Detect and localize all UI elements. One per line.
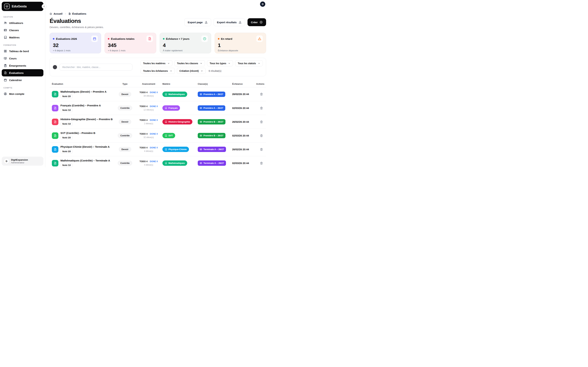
sidebar-item-utilisateurs[interactable]: Utilisateurs (2, 19, 43, 26)
students-count: 32 élève(s) (139, 136, 158, 139)
avatar: D (4, 158, 9, 164)
column-header: Classe(s) (198, 83, 232, 85)
sidebar-item-cours[interactable]: Cours (2, 55, 43, 62)
filter-toggle-button[interactable] (53, 65, 57, 69)
warning-icon (256, 35, 263, 42)
grade-scale-badge: Noté /20 (60, 94, 73, 98)
section-label-formation: FORMATION (3, 44, 42, 46)
breadcrumb-home[interactable]: Accueil (50, 12, 62, 15)
sidebar-collapse-button[interactable] (42, 4, 46, 9)
account-card[interactable]: D DigitExpansion Administrateur (2, 157, 43, 166)
table-row[interactable]: Physique-Chimie (Devoir) – Terminale A N… (50, 142, 266, 156)
table-row[interactable]: Mathématiques (Devoir) – Première A Noté… (50, 87, 266, 101)
stat-label: En retard (221, 37, 232, 40)
status-filter-select[interactable]: Tous les statuts (235, 60, 263, 66)
delete-button[interactable] (260, 162, 263, 165)
export-page-label: Export page (188, 21, 203, 24)
due-date: 26/02/26 20:44 (232, 93, 252, 96)
todo-count: TODO 4 (139, 160, 147, 163)
stat-dot (108, 38, 109, 40)
sidebar-item-mon-compte[interactable]: Mon compte (2, 90, 43, 97)
sort-select[interactable]: Création (récent) (177, 68, 206, 74)
evaluations-table: Évaluation Type Avancement Matière Class… (50, 81, 266, 167)
column-header: Type (122, 83, 128, 85)
stat-label: Échéance < 7 jours (166, 37, 189, 40)
todo-count: TODO 4 (139, 119, 147, 121)
sidebar-item-evaluations[interactable]: Évaluations (2, 69, 43, 76)
chevron-down-icon (200, 62, 202, 65)
select-label: Toutes les échéances (143, 70, 168, 72)
home-icon (50, 13, 52, 15)
export-results-button[interactable]: Export résultats (213, 18, 245, 26)
class-filter-select[interactable]: Toutes les classes (174, 60, 205, 66)
evaluation-title: Physique-Chimie (Devoir) – Terminale A (60, 145, 110, 148)
evaluation-icon (52, 91, 58, 97)
evaluation-icon (52, 146, 58, 153)
id-card-icon (200, 107, 202, 109)
delete-button[interactable] (260, 148, 263, 151)
delete-button[interactable] (260, 134, 263, 137)
type-filter-select[interactable]: Tous les types (207, 60, 233, 66)
subject-label: Physique-Chimie (169, 148, 187, 151)
type-badge: Contrôle (118, 133, 132, 138)
export-page-button[interactable]: Export page (184, 18, 211, 26)
id-card-icon (200, 134, 202, 137)
subject-label: SVT (169, 134, 173, 137)
subject-badge: Mathématiques (162, 160, 187, 166)
todo-count: TODO 4 (139, 133, 147, 135)
id-card-icon (200, 93, 202, 95)
column-header: Évaluation (50, 83, 115, 85)
delete-button[interactable] (260, 107, 263, 110)
trash-icon (260, 93, 263, 96)
class-label: Première B – 26/27 (203, 134, 223, 137)
subject-filter-select[interactable]: Toutes les matières (141, 60, 172, 66)
sidebar-item-calendrier[interactable]: Calendrier (2, 76, 43, 84)
table-row[interactable]: Français (Contrôle) – Première A Noté /1… (50, 101, 266, 115)
account-name: DigitExpansion (11, 158, 28, 161)
sidebar-item-label: Classes (9, 29, 19, 32)
subject-label: Histoire-Géographie (169, 120, 190, 123)
sidebar-item-matieres[interactable]: Matières (2, 34, 43, 41)
class-badge: Première A – 26/27 (198, 92, 225, 97)
evaluation-icon (52, 105, 58, 111)
export-results-label: Export résultats (217, 21, 237, 24)
grade-scale-badge: Noté /10 (60, 163, 73, 167)
file-icon (68, 13, 71, 15)
evaluation-icon (52, 119, 58, 125)
table-row[interactable]: SVT (Contrôle) – Première B Noté /20 Con… (50, 129, 266, 142)
due-date: 26/02/26 20:44 (232, 148, 252, 151)
sidebar-item-tableau-de-bord[interactable]: Tableau de bord (2, 48, 43, 55)
class-label: Terminale A – 26/27 (203, 148, 224, 151)
filters-panel: Toutes les matières Toutes les classes T… (50, 58, 266, 76)
due-date: 02/03/26 20:44 (232, 134, 252, 137)
done-count: DONE 0 (150, 133, 158, 135)
search-input[interactable] (60, 64, 132, 71)
subject-badge: SVT (162, 133, 175, 138)
user-avatar[interactable]: D (260, 1, 265, 7)
stat-dot (218, 38, 219, 40)
sidebar-item-label: Cours (9, 57, 17, 60)
table-row[interactable]: Mathématiques (Contrôle) – Terminale A N… (50, 156, 266, 167)
column-header: Avancement (142, 83, 155, 85)
page-title: Évaluations (50, 17, 104, 24)
subject-label: Mathématiques (169, 93, 185, 96)
sidebar-item-emargements[interactable]: Émargements (2, 62, 43, 69)
column-header: Échéance (232, 83, 252, 85)
stat-card-evaluations-2026: Évaluations 2026 32 + 6 depuis 1 mois (50, 33, 101, 53)
delete-button[interactable] (260, 93, 263, 96)
subject-badge: Mathématiques (162, 92, 187, 97)
evaluation-title: Mathématiques (Devoir) – Première A (60, 90, 106, 93)
sidebar-item-classes[interactable]: Classes (2, 26, 43, 34)
trash-icon (260, 134, 263, 137)
table-header: Évaluation Type Avancement Matière Class… (50, 81, 266, 87)
create-button[interactable]: Créer (247, 18, 266, 26)
delete-button[interactable] (260, 120, 263, 123)
evaluation-title: SVT (Contrôle) – Première B (60, 132, 95, 135)
chevron-down-icon (258, 62, 260, 65)
table-row[interactable]: Histoire-Géographie (Devoir) – Première … (50, 115, 266, 129)
due-filter-select[interactable]: Toutes les échéances (141, 68, 175, 74)
download-icon (205, 21, 208, 24)
class-label: Première A – 26/27 (203, 93, 223, 96)
type-badge: Contrôle (118, 161, 132, 166)
class-badge: Première B – 26/27 (198, 119, 225, 125)
